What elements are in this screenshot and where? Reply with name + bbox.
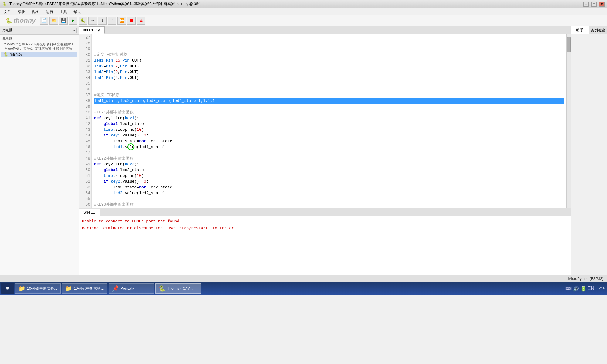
new-file-button[interactable]: 📄 (40, 17, 48, 25)
taskbar-label-2: Pointofix (120, 286, 134, 291)
sidebar-file-main[interactable]: 🐍 main.py (1, 52, 77, 57)
code-line-50[interactable]: if key2.value()==0: (94, 179, 564, 184)
step-over-button[interactable]: ↷ (88, 17, 97, 25)
code-line-34[interactable] (94, 86, 564, 92)
code-line-53[interactable] (94, 196, 564, 202)
tab-main-py[interactable]: main.py (79, 26, 105, 34)
helper-panel: 助手 案例检查 (571, 26, 607, 275)
menu-tools[interactable]: 工具 (57, 8, 70, 15)
code-line-46[interactable]: #KEY2外部中断出函数 (94, 156, 564, 161)
shell-panel: Shell Unable to connect to COM6: port no… (79, 208, 571, 275)
code-line-54[interactable]: #KEY3外部中断出函数 (94, 202, 564, 207)
taskbar-item-3[interactable]: 🐍 Thonny - C:\M... (155, 283, 201, 294)
editor-scrollbar[interactable] (566, 34, 571, 208)
code-line-41[interactable]: time.sleep_ms(10) (94, 127, 564, 133)
right-panel: main.py 27282930313233343536373839404142… (79, 26, 571, 275)
code-line-27[interactable] (94, 46, 564, 52)
helper-tabs: 助手 案例检查 (571, 26, 607, 34)
debug-button[interactable]: 🐛 (79, 17, 87, 25)
tab-shell[interactable]: Shell (79, 209, 100, 216)
tab-case-check[interactable]: 案例检查 (589, 26, 607, 34)
tab-helper[interactable]: 助手 (571, 26, 589, 34)
shell-message-1: Unable to connect to COM6: port not foun… (82, 219, 568, 223)
menu-run[interactable]: 运行 (43, 8, 56, 15)
sidebar-new-button[interactable]: + (64, 28, 70, 33)
taskbar-icon-3: 🐍 (159, 285, 165, 292)
code-line-33[interactable] (94, 81, 564, 86)
code-line-39[interactable]: def key1_irq(key1): (94, 115, 564, 121)
scroll-thumb[interactable] (567, 37, 571, 52)
maximize-button[interactable]: □ (591, 2, 597, 7)
start-button[interactable]: ⊞ (1, 283, 14, 294)
step-into-button[interactable]: ↓ (98, 17, 107, 25)
editor-tabs: main.py (79, 26, 571, 34)
taskbar-item-2[interactable]: 📌 Pointofix (109, 283, 154, 294)
main-layout: 此电脑 + ↻ 此电脑 C:\MRYZ\普中-ESP32开发板资料\4-实验程序… (0, 26, 607, 275)
start-icon: ⊞ (6, 285, 9, 292)
code-line-51[interactable]: led2_state=not led2_state (94, 184, 564, 190)
taskbar-label-3: Thonny - C:\M... (167, 286, 193, 291)
code-line-32[interactable]: led4=Pin(4,Pin.OUT) (94, 75, 564, 81)
taskbar-icon-2: 📌 (112, 285, 119, 292)
menu-bar: 文件 编辑 视图 运行 工具 帮助 (0, 8, 607, 15)
sidebar-title: 此电脑 (2, 28, 13, 33)
taskbar-time: 12:07 (597, 286, 606, 291)
resume-button[interactable]: ⏩ (117, 17, 126, 25)
sidebar-section-title: 此电脑 (1, 36, 77, 42)
taskbar-item-1[interactable]: 📁 10-外部中断实验... (62, 283, 107, 294)
status-bar: MicroPython (ESP32) (0, 275, 607, 282)
taskbar-item-0[interactable]: 📁 10-外部中断实验... (15, 283, 61, 294)
menu-file[interactable]: 文件 (1, 8, 14, 15)
taskbar-icon-1: 📁 (65, 285, 72, 292)
code-line-28[interactable]: #定义LED控制对象 (94, 52, 564, 58)
shell-tabs: Shell (79, 208, 571, 216)
code-line-42[interactable]: if key1.value()==0: (94, 133, 564, 138)
code-content[interactable]: #定义LED控制对象led1=Pin(15,Pin.OUT)led2=Pin(2… (92, 34, 566, 208)
sidebar-toolbar: 此电脑 + ↻ (0, 26, 79, 35)
menu-help[interactable]: 帮助 (71, 8, 84, 15)
code-line-36[interactable]: led1_state,led2_state,led3_state,led4_st… (94, 98, 564, 104)
logo-icon: 🐍 (5, 17, 12, 24)
tray-icon-keyboard: ⌨ (565, 286, 572, 292)
tray-icon-network: 🔊 (573, 286, 579, 292)
status-text: MicroPython (ESP32) (568, 277, 603, 281)
code-line-43[interactable]: led1_state=not led1_state (94, 138, 564, 144)
tray-icons: ⌨ 🔊 🔋 EN (565, 286, 594, 292)
code-line-37[interactable] (94, 104, 564, 110)
sidebar-refresh-button[interactable]: ↻ (71, 28, 77, 33)
code-line-29[interactable]: led1=Pin(15,Pin.OUT) (94, 58, 564, 63)
taskbar-right: ⌨ 🔊 🔋 EN 12:07 (565, 286, 606, 292)
code-line-52[interactable]: led2.value(led2_state) (94, 190, 564, 196)
shell-content[interactable]: Unable to connect to COM6: port not foun… (79, 216, 571, 275)
taskbar-label-1: 10-外部中断实验... (74, 286, 104, 291)
run-button[interactable]: ▶ (69, 17, 77, 25)
open-file-button[interactable]: 📂 (49, 17, 58, 25)
code-line-49[interactable]: time.sleep_ms(10) (94, 173, 564, 179)
step-out-button[interactable]: ↑ (108, 17, 116, 25)
save-file-button[interactable]: 💾 (59, 17, 68, 25)
code-line-35[interactable]: #定义LED状态 (94, 92, 564, 98)
code-line-30[interactable]: led2=Pin(2,Pin.OUT) (94, 63, 564, 69)
app-icon: 🐍 (2, 2, 7, 6)
file-icon: 🐍 (4, 52, 8, 57)
code-line-45[interactable] (94, 150, 564, 156)
line-numbers: 2728293031323334353637383940414243444546… (79, 34, 92, 208)
taskbar-label-0: 10-外部中断实验... (27, 286, 57, 291)
code-editor[interactable]: 2728293031323334353637383940414243444546… (79, 34, 571, 208)
code-line-48[interactable]: global led2_state (94, 167, 564, 173)
taskbar: ⊞ 📁 10-外部中断实验... 📁 10-外部中断实验... 📌 Pointo… (0, 282, 607, 295)
close-button[interactable]: ✕ (599, 2, 605, 7)
menu-view[interactable]: 视图 (29, 8, 42, 15)
code-line-40[interactable]: global led1_state (94, 121, 564, 127)
tray-icon-battery: 🔋 (580, 286, 586, 292)
code-line-55[interactable]: def key3_irq(key3): (94, 207, 564, 208)
minimize-button[interactable]: ─ (583, 2, 589, 7)
stop-button[interactable]: ⏹ (127, 17, 136, 25)
code-line-44[interactable]: led1.value(led1_state) (94, 144, 564, 150)
code-line-38[interactable]: #KEY1外部中断出函数 (94, 110, 564, 115)
stop-alt-button[interactable]: ⏏ (137, 17, 145, 25)
menu-edit[interactable]: 编辑 (15, 8, 28, 15)
code-line-31[interactable]: led3=Pin(0,Pin.OUT) (94, 69, 564, 75)
code-line-47[interactable]: def key2_irq(key2): (94, 161, 564, 167)
sidebar-file-label: main.py (10, 52, 22, 56)
